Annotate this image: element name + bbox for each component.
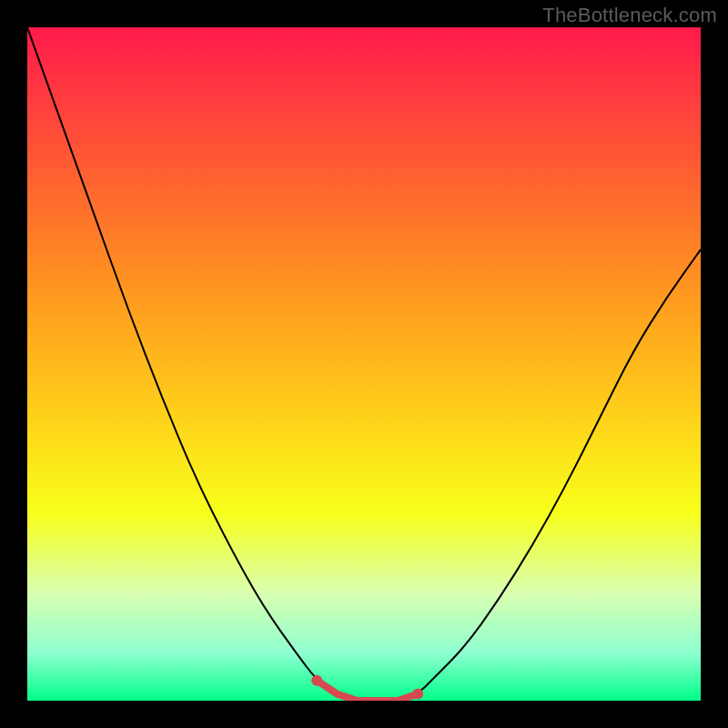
highlight-endpoint — [311, 675, 322, 686]
plot-area — [27, 27, 701, 701]
gradient-background — [27, 27, 701, 701]
chart-svg — [27, 27, 701, 701]
watermark-text: TheBottleneck.com — [542, 4, 717, 27]
chart-frame: TheBottleneck.com — [0, 0, 728, 728]
highlight-endpoint — [412, 689, 423, 700]
